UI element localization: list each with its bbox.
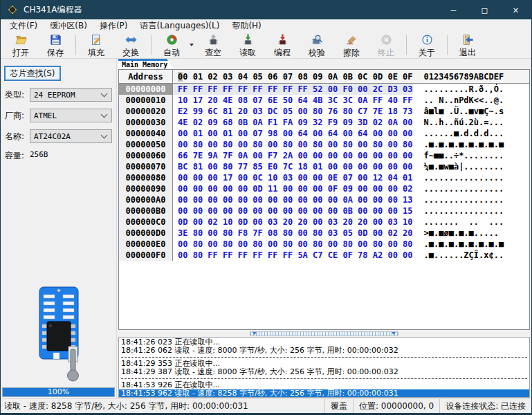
row-ascii[interactable]: .. N..nPdK<<..@. (424, 95, 504, 106)
maximize-button[interactable]: □ (469, 0, 500, 19)
row-ascii[interactable]: .■.■.■.■.■.■.■.■ (424, 139, 504, 150)
hex-row[interactable]: 00000000FF FF FF FF FF FF FF FF FF 52 00… (119, 84, 529, 95)
name-select[interactable]: AT24C02A (30, 129, 112, 143)
log-line[interactable]: 18:41:26 062 读取 - 速度: 8000 字节/秒, 大小: 256… (119, 347, 529, 355)
row-hex-bytes[interactable]: 00 00 00 00 00 00 00 00 00 00 00 0A 00 0… (173, 194, 413, 205)
ascii-column-header: 0123456789ABCDEF (424, 70, 504, 83)
row-hex-bytes[interactable]: BC 81 00 80 77 85 E0 7C 18 01 00 00 00 0… (173, 161, 413, 172)
toolbar-button-label: 保存 (47, 48, 64, 57)
toolbar-button-4[interactable]: 自动 (154, 33, 189, 58)
toolbar-button-2[interactable]: 填充 (79, 33, 113, 58)
hex-row[interactable]: 000000B000 00 00 00 00 00 00 00 00 00 00… (119, 205, 529, 216)
row-hex-bytes[interactable]: E2 99 6C 81 20 03 DC 05 00 80 76 80 C7 7… (173, 106, 413, 117)
hex-row[interactable]: 000000C00D 00 02 10 0D 00 03 20 20 00 03… (119, 216, 529, 228)
capacity-label: 容量: (5, 150, 30, 162)
hex-row[interactable]: 00000070BC 81 00 80 77 85 E0 7C 18 01 00… (119, 161, 529, 172)
vendor-select[interactable]: ATMEL (30, 109, 112, 122)
row-hex-bytes[interactable]: 00 00 00 00 00 0D 11 00 00 00 0F 09 00 0… (173, 183, 413, 194)
row-ascii[interactable]: ....... .. ... (424, 216, 504, 228)
panel-splitter (117, 330, 531, 337)
row-hex-bytes[interactable]: 3E 80 00 80 F8 7F 08 80 00 80 03 05 0D 0… (173, 228, 413, 239)
hex-row[interactable]: 00000020E2 99 6C 81 20 03 DC 05 00 80 76… (119, 106, 529, 117)
row-ascii[interactable]: f~■■..÷*........ (424, 150, 504, 161)
row-hex-bytes[interactable]: 00 80 00 80 00 80 00 80 00 80 00 80 00 8… (173, 139, 413, 150)
row-hex-bytes[interactable]: 00 01 00 01 00 07 98 00 64 00 64 00 64 0… (173, 128, 413, 139)
row-hex-bytes[interactable]: 00 00 00 00 00 00 00 00 00 00 00 0B 00 0… (173, 205, 413, 216)
hex-row[interactable]: 000000A000 00 00 00 00 00 00 00 00 00 00… (119, 194, 529, 205)
row-ascii[interactable]: .■.■.■.■.■.■.■.■ (424, 239, 504, 250)
hex-editor: Address 00 01 02 03 04 05 06 07 08 09 0A… (118, 69, 530, 330)
hex-row[interactable]: 0000006066 7E 9A 7F 0A 00 F7 2A 00 00 00… (119, 150, 529, 161)
toolbar-button-11[interactable]: 关于 (410, 33, 444, 58)
log-line[interactable]: 18:41:53 962 读取 - 速度: 8258 字节/秒, 大小: 256… (119, 389, 529, 398)
chevron-down-icon (101, 91, 108, 98)
log-line[interactable]: 18:41:29 387 读取 - 速度: 8000 字节/秒, 大小: 256… (119, 368, 529, 376)
row-ascii[interactable]: ................ (424, 183, 504, 194)
progress-bar: 100% (2, 387, 115, 397)
toolbar-button-12[interactable]: 退出 (450, 33, 485, 58)
open-icon (15, 34, 27, 48)
row-hex-bytes[interactable]: 0D 00 02 10 0D 00 03 20 20 00 03 20 20 0… (173, 216, 413, 228)
menu-item-1[interactable]: 缓冲区(B) (44, 19, 93, 32)
row-ascii[interactable]: ¼■.■w■à|........ (424, 161, 504, 172)
row-address: 00000020 (119, 106, 173, 117)
program-icon (277, 34, 288, 48)
app-window: CH341A编程器 – □ ✕ 文件(F)缓冲区(B)操作(P)语言(Langu… (0, 0, 532, 415)
row-ascii[interactable]: ................ (424, 205, 504, 216)
row-ascii[interactable]: .■......ZÇÎ.x¢.. (424, 250, 504, 261)
row-hex-bytes[interactable]: 00 00 00 17 00 0C 10 03 00 00 0E 07 00 1… (173, 172, 413, 183)
row-hex-bytes[interactable]: 00 80 FF FF FF FF FF FF 5A C7 CE 0F 78 A… (173, 250, 413, 261)
minimize-button[interactable]: – (438, 0, 469, 19)
type-select[interactable]: 24 EEPROM (30, 88, 112, 102)
toolbar-separator (406, 35, 407, 55)
toolbar-button-label: 打开 (12, 48, 29, 57)
hex-row[interactable]: 0000005000 80 00 80 00 80 00 80 00 80 00… (119, 139, 529, 150)
status-bar: 读取 - 速度: 8258 字节/秒, 大小: 256 字节, 用时: 00:0… (1, 398, 531, 414)
row-hex-bytes[interactable]: 66 7E 9A 7F 0A 00 F7 2A 00 00 00 00 00 0… (173, 150, 413, 161)
row-address: 000000C0 (119, 216, 173, 228)
toolbar-button-5[interactable]: 查空 (196, 33, 230, 58)
hex-row[interactable]: 000000304E 02 09 68 0B 0A F1 FA 09 32 F9… (119, 117, 529, 128)
auto-dropdown-button[interactable] (187, 35, 196, 55)
toolbar-button-1[interactable]: 保存 (38, 33, 73, 58)
toolbar-button-0[interactable]: 打开 (3, 33, 38, 58)
row-ascii[interactable]: ................ (424, 172, 504, 183)
row-hex-bytes[interactable]: FF FF FF FF FF FF FF FF FF 52 00 F0 00 2… (173, 84, 413, 95)
chip-search-button[interactable]: 芯片查找(S) (4, 66, 61, 81)
hex-row[interactable]: 0000009000 00 00 00 00 0D 11 00 00 00 0F… (119, 183, 529, 194)
row-ascii[interactable]: N..h..ñú.2ù.=... (424, 117, 504, 128)
row-address: 00000060 (119, 150, 173, 161)
toolbar-button-9[interactable]: 擦除 (334, 33, 369, 58)
row-hex-bytes[interactable]: 10 17 20 4E 08 07 6E 50 64 4B 3C 3C 0A F… (173, 95, 413, 106)
row-hex-bytes[interactable]: 00 80 00 80 00 80 00 80 00 80 00 80 00 8… (173, 239, 413, 250)
toolbar-button-6[interactable]: 读取 (230, 33, 265, 58)
splitter-handle[interactable] (250, 331, 398, 336)
hex-row[interactable]: 0000008000 00 00 17 00 0C 10 03 00 00 0E… (119, 172, 529, 183)
hex-row[interactable]: 000000D03E 80 00 80 F8 7F 08 80 00 80 03… (119, 228, 529, 239)
toolbar-button-8[interactable]: 校验 (300, 33, 334, 58)
menu-item-3[interactable]: 语言(Languages)(L) (134, 19, 226, 32)
row-ascii[interactable]: ................ (424, 194, 504, 205)
hex-row[interactable]: 000000F000 80 FF FF FF FF FF FF 5A C7 CE… (119, 250, 529, 261)
row-ascii[interactable]: ......■.d.d.d... (424, 128, 504, 139)
row-ascii[interactable]: â■l■ .Ü..■v■Ç~.s (424, 106, 504, 117)
row-address: 000000B0 (119, 205, 173, 216)
menu-item-2[interactable]: 操作(P) (93, 19, 134, 32)
hex-row[interactable]: 0000004000 01 00 01 00 07 98 00 64 00 64… (119, 128, 529, 139)
status-device-connection: 设备连接状态: 已连接 (439, 399, 531, 413)
memory-tabstrip: Main Memory (117, 59, 531, 69)
menu-item-0[interactable]: 文件(F) (3, 19, 44, 32)
toolbar-button-7[interactable]: 编程 (265, 33, 300, 58)
menu-bar: 文件(F)缓冲区(B)操作(P)语言(Languages)(L)帮助(H) (1, 19, 531, 32)
menu-item-4[interactable]: 帮助(H) (226, 19, 267, 32)
row-hex-bytes[interactable]: 4E 02 09 68 0B 0A F1 FA 09 32 F9 09 3D 0… (173, 117, 413, 128)
toolbar-button-label: 编程 (274, 48, 291, 57)
row-ascii[interactable]: >■.■ø■.■.■..... (424, 228, 504, 239)
hex-row[interactable]: 0000001010 17 20 4E 08 07 6E 50 64 4B 3C… (119, 95, 529, 106)
tab-main-memory[interactable]: Main Memory (118, 59, 174, 69)
hex-row[interactable]: 000000E000 80 00 80 00 80 00 80 00 80 00… (119, 239, 529, 250)
row-ascii[interactable]: .........R.ð.,Ó. (424, 84, 504, 95)
close-button[interactable]: ✕ (500, 0, 531, 19)
toolbar-button-3[interactable]: 交换 (113, 33, 148, 58)
status-operation-text: 读取 - 速度: 8258 字节/秒, 大小: 256 字节, 用时: 00:0… (1, 400, 324, 412)
